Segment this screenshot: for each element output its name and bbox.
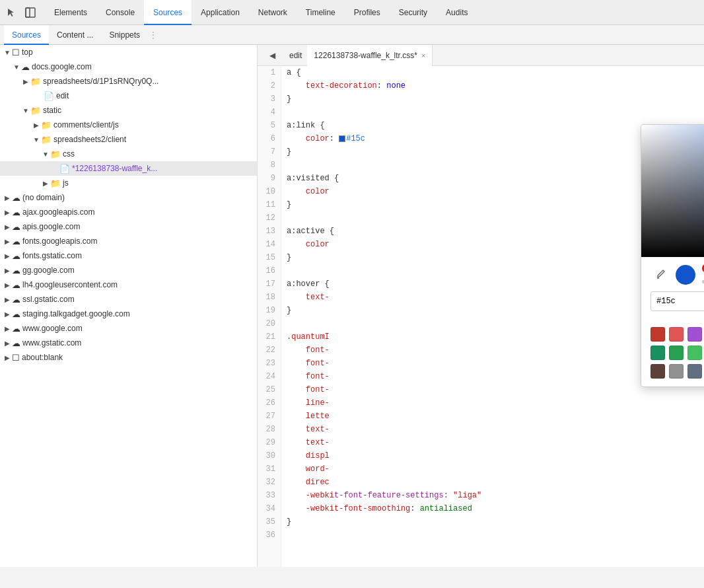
cursor-icon[interactable]	[3, 3, 21, 22]
tree-label-ajax: ajax.googleapis.com	[22, 207, 94, 217]
tree-item-comments[interactable]: ▶ 📁 comments/client/js	[0, 118, 257, 132]
tree-item-docs[interactable]: ▼ ☁ docs.google.com	[0, 59, 257, 74]
swatch-brown[interactable]	[651, 364, 665, 379]
code-line-29: text-	[287, 436, 699, 449]
tree-arrow-css: ▼	[41, 151, 50, 158]
page-icon-about: ☐	[12, 353, 20, 363]
subtab-sources[interactable]: Sources	[4, 25, 49, 45]
tree-item-apis[interactable]: ▶ ☁ apis.google.com	[0, 219, 257, 234]
tree-arrow-about: ▶	[3, 354, 12, 361]
tab-security[interactable]: Security	[390, 0, 437, 25]
tree-item-nodomain[interactable]: ▶ ☁ (no domain)	[0, 190, 257, 205]
top-tab-bar: Elements Console Sources Application Net…	[0, 0, 704, 25]
tab-audits[interactable]: Audits	[437, 0, 477, 25]
hex-area: ▲ ▼ HEX	[641, 286, 704, 320]
code-line-33: -webkit-font-feature-settings: "liga"	[287, 489, 699, 502]
swatch-blue-gray[interactable]	[687, 364, 702, 379]
folder-icon-top: ☐	[12, 48, 20, 57]
swatch-purple-light[interactable]	[687, 327, 702, 342]
tree-arrow-fonts-apis: ▶	[3, 238, 12, 245]
tree-item-www-google[interactable]: ▶ ☁ www.google.com	[0, 321, 257, 336]
spectrum-dark	[641, 125, 704, 257]
tree-item-gg[interactable]: ▶ ☁ gg.google.com	[0, 263, 257, 277]
tree-arrow-ajax: ▶	[3, 209, 12, 216]
tree-arrow-apis: ▶	[3, 223, 12, 231]
sources-toolbar: Sources Content ... Snippets ⋮	[0, 25, 704, 45]
code-line-18: text-	[287, 291, 699, 304]
tree-label-js: js	[63, 178, 69, 188]
tree-item-spreadsheets2[interactable]: ▼ 📁 spreadsheets2/client	[0, 132, 257, 147]
svg-rect-2	[657, 276, 659, 279]
eyedropper-button[interactable]	[651, 266, 669, 284]
close-tab-button[interactable]: ×	[421, 52, 425, 59]
tree-item-edit[interactable]: 📄 edit	[0, 89, 257, 103]
cloud-icon-fonts-apis: ☁	[12, 237, 20, 246]
code-line-23: font-	[287, 357, 699, 370]
code-line-12	[287, 211, 699, 225]
tab-network[interactable]: Network	[249, 0, 297, 25]
tree-item-www-gstatic[interactable]: ▶ ☁ www.gstatic.com	[0, 336, 257, 350]
color-preview-circle	[676, 265, 695, 285]
tree-item-fonts-apis[interactable]: ▶ ☁ fonts.googleapis.com	[0, 234, 257, 248]
tree-arrow-lh4: ▶	[3, 281, 12, 289]
svg-rect-0	[26, 8, 35, 17]
subtab-snippets[interactable]: Snippets	[101, 25, 148, 45]
code-line-10: color	[287, 185, 699, 198]
color-spectrum[interactable]	[641, 125, 704, 257]
folder-icon-css: 📁	[50, 149, 61, 159]
tab-sources[interactable]: Sources	[144, 0, 192, 25]
swatch-red-dark[interactable]	[651, 327, 665, 342]
tree-item-fonts-gstatic[interactable]: ▶ ☁ fonts.gstatic.com	[0, 248, 257, 263]
tree-label-gg: gg.google.com	[22, 266, 75, 275]
cloud-icon-ajax: ☁	[12, 207, 20, 217]
tree-arrow-www-google: ▶	[3, 325, 12, 332]
code-line-22: font-	[287, 344, 699, 357]
code-tab-waffle[interactable]: 1226138738-waffle_k_ltr.css* ×	[307, 45, 433, 66]
dock-icon[interactable]	[21, 3, 40, 22]
tree-label-fonts-gstatic: fonts.gstatic.com	[22, 251, 82, 260]
tree-item-ajax[interactable]: ▶ ☁ ajax.googleapis.com	[0, 205, 257, 219]
tree-item-about[interactable]: ▶ ☐ about:blank	[0, 350, 257, 365]
folder-icon-spreadsheets2: 📁	[41, 135, 52, 145]
folder-icon-spreadsheets: 📁	[30, 77, 41, 87]
tree-label-edit: edit	[56, 91, 69, 100]
tree-item-lh4[interactable]: ▶ ☁ lh4.googleusercontent.com	[0, 277, 257, 292]
swatch-green[interactable]	[687, 346, 702, 360]
tab-console[interactable]: Console	[96, 0, 144, 25]
code-line-7: }	[287, 145, 699, 159]
tree-item-css[interactable]: ▼ 📁 css	[0, 147, 257, 161]
code-tab-label: 1226138738-waffle_k_ltr.css*	[314, 51, 417, 60]
tab-timeline[interactable]: Timeline	[297, 0, 345, 25]
subtab-content[interactable]: Content ...	[49, 25, 101, 45]
swatch-green-dark[interactable]	[669, 346, 684, 360]
tree-arrow-fonts-gstatic: ▶	[3, 252, 12, 260]
tab-profiles[interactable]: Profiles	[345, 0, 390, 25]
tree-item-ssl[interactable]: ▶ ☁ ssl.gstatic.com	[0, 292, 257, 307]
tree-arrow-spreadsheets2: ▼	[32, 136, 41, 143]
code-line-19: }	[287, 304, 699, 317]
tree-item-staging[interactable]: ▶ ☁ staging.talkgadget.google.com	[0, 307, 257, 321]
code-line-28: text-	[287, 423, 699, 436]
swatch-red[interactable]	[669, 327, 684, 342]
tab-application[interactable]: Application	[192, 0, 249, 25]
code-line-16	[287, 264, 699, 277]
swatch-teal[interactable]	[651, 346, 665, 360]
main-layout: ▼ ☐ top ▼ ☁ docs.google.com ▶ 📁 spreadsh…	[0, 45, 704, 567]
hex-input[interactable]	[656, 297, 704, 306]
code-line-3: }	[287, 92, 699, 106]
folder-icon-static: 📁	[30, 106, 41, 116]
tree-label-fonts-apis: fonts.googleapis.com	[22, 237, 97, 246]
tree-item-js[interactable]: ▶ 📁 js	[0, 176, 257, 190]
tree-item-static[interactable]: ▼ 📁 static	[0, 103, 257, 118]
tree-label-docs: docs.google.com	[32, 62, 92, 71]
tree-arrow-ssl: ▶	[3, 296, 12, 303]
tab-elements[interactable]: Elements	[45, 0, 96, 25]
nav-back-button[interactable]: ◀	[263, 46, 281, 65]
swatch-row-1: ▲ ▼	[651, 327, 704, 342]
swatch-gray[interactable]	[669, 364, 684, 379]
tree-item-waffle[interactable]: 📄 *1226138738-waffle_k...	[0, 161, 257, 176]
tree-label-www-gstatic: www.gstatic.com	[22, 338, 81, 348]
cloud-icon-lh4: ☁	[12, 280, 20, 290]
tree-item-spreadsheets[interactable]: ▶ 📁 spreadsheets/d/1P1sRNQry0Q...	[0, 74, 257, 89]
tree-item-top[interactable]: ▼ ☐ top	[0, 45, 257, 59]
